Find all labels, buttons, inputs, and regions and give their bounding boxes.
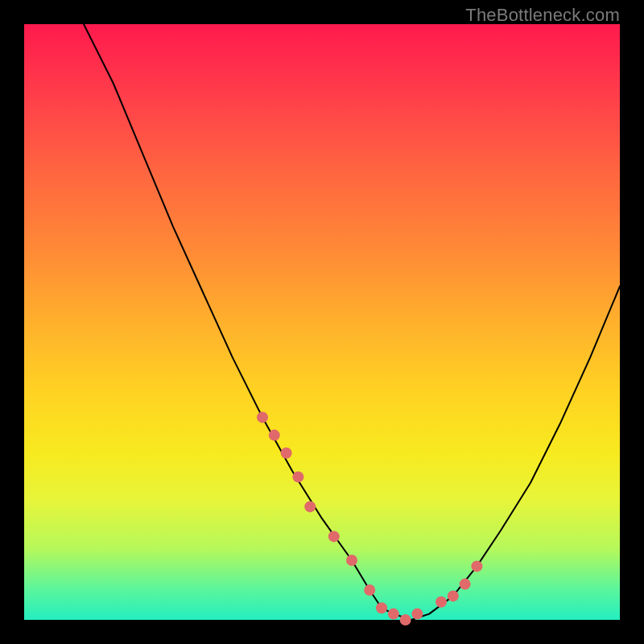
watermark-text: TheBottleneck.com [465,5,620,26]
curve-marker [460,579,471,590]
curve-marker [436,597,447,608]
curve-svg [24,24,620,620]
curve-marker [257,411,268,423]
curve-marker [364,584,375,596]
marker-group [257,411,482,625]
curve-marker [411,609,423,620]
bottleneck-curve [84,24,620,620]
curve-marker [388,609,399,620]
curve-marker [269,430,280,441]
chart-frame: TheBottleneck.com [0,0,644,644]
curve-marker [448,590,459,601]
plot-area [24,24,620,620]
curve-marker [281,448,292,459]
curve-marker [328,530,340,542]
curve-marker [304,501,316,512]
curve-marker [471,560,482,572]
curve-marker [292,471,303,482]
curve-marker [400,614,411,625]
curve-marker [376,602,387,613]
curve-marker [346,555,357,566]
